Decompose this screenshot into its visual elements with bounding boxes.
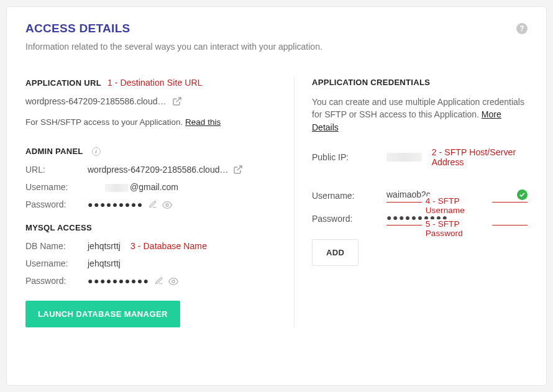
credentials-intro: You can create and use multiple Applicat… <box>312 96 528 134</box>
svg-point-2 <box>166 204 168 206</box>
app-url-row: wordpress-647209-2185586.cloud… <box>25 96 279 106</box>
admin-username-label: Username: <box>25 182 88 192</box>
cred-username-row: Username: waimaob2c 4 - SFTP Username <box>312 189 528 203</box>
credentials-heading-text: APPLICATION CREDENTIALS <box>312 78 430 87</box>
admin-username-value: @gmail.com <box>88 182 178 192</box>
admin-url-row: URL: wordpress-647209-2185586.cloud… <box>25 165 279 175</box>
mysql-password-row: Password: ●●●●●●●●●● <box>25 276 279 286</box>
external-link-icon[interactable] <box>172 96 182 106</box>
annotation-2: 2 - SFTP Host/Server Address <box>432 147 528 167</box>
public-ip-label: Public IP: <box>312 152 386 162</box>
help-icon[interactable]: ? <box>516 23 528 34</box>
annotation-3: 3 - Database Name <box>130 241 207 251</box>
annotation-line: 4 - SFTP Username <box>386 202 528 203</box>
pencil-icon[interactable] <box>149 200 157 209</box>
mysql-username-value: jehqtsrttj <box>88 258 121 268</box>
access-details-card: ACCESS DETAILS ? Information related to … <box>6 6 547 386</box>
admin-url-value[interactable]: wordpress-647209-2185586.cloud… <box>88 165 228 175</box>
svg-line-1 <box>237 166 242 170</box>
page-subtitle: Information related to the several ways … <box>25 42 528 52</box>
db-name-label: DB Name: <box>25 241 88 251</box>
app-url-value[interactable]: wordpress-647209-2185586.cloud… <box>25 96 166 106</box>
ssh-note-text: For SSH/SFTP access to your Application. <box>25 117 185 127</box>
cred-username-label: Username: <box>312 191 386 201</box>
admin-username-suffix: @gmail.com <box>130 182 178 192</box>
svg-line-0 <box>176 98 181 102</box>
mysql-heading: MYSQL ACCESS <box>25 223 279 232</box>
annotation-5: 5 - SFTP Password <box>422 219 493 238</box>
pencil-icon[interactable] <box>155 276 163 285</box>
app-url-heading-text: APPLICATION URL <box>25 78 101 88</box>
blurred-segment <box>105 184 129 192</box>
public-ip-blurred <box>386 153 422 162</box>
public-ip-row: Public IP: 2 - SFTP Host/Server Address <box>312 147 528 167</box>
left-column: APPLICATION URL 1 - Destination Site URL… <box>25 78 294 327</box>
admin-panel-heading: ADMIN PANEL i <box>25 147 279 156</box>
svg-point-3 <box>172 280 175 283</box>
app-url-heading: APPLICATION URL 1 - Destination Site URL <box>25 78 279 88</box>
card-header: ACCESS DETAILS ? Information related to … <box>25 22 528 52</box>
admin-password-value: ●●●●●●●●● <box>88 199 144 209</box>
mysql-password-label: Password: <box>25 276 88 286</box>
external-link-icon[interactable] <box>233 165 243 175</box>
eye-icon[interactable] <box>168 276 177 285</box>
admin-url-label: URL: <box>25 165 88 175</box>
right-column: APPLICATION CREDENTIALS You can create a… <box>294 78 528 327</box>
db-name-row: DB Name: jehqtsrttj 3 - Database Name <box>25 241 279 251</box>
eye-icon[interactable] <box>162 200 171 209</box>
mysql-username-row: Username: jehqtsrttj <box>25 258 279 268</box>
check-icon <box>517 189 528 200</box>
cred-password-label: Password: <box>312 214 386 224</box>
db-name-value: jehqtsrttj <box>88 241 121 251</box>
columns: APPLICATION URL 1 - Destination Site URL… <box>25 78 528 327</box>
read-this-link[interactable]: Read this <box>185 117 221 127</box>
launch-database-manager-button[interactable]: LAUNCH DATABASE MANAGER <box>25 301 180 327</box>
mysql-section: MYSQL ACCESS DB Name: jehqtsrttj 3 - Dat… <box>25 223 279 327</box>
cred-password-row: Password: ●●●●●●●●●● 5 - SFTP Password <box>312 212 528 226</box>
page-title: ACCESS DETAILS <box>25 22 528 35</box>
admin-panel-heading-text: ADMIN PANEL <box>25 147 83 156</box>
mysql-heading-text: MYSQL ACCESS <box>25 223 92 232</box>
ssh-note: For SSH/SFTP access to your Application.… <box>25 117 279 127</box>
mysql-username-label: Username: <box>25 258 88 268</box>
admin-password-label: Password: <box>25 199 88 209</box>
admin-username-row: Username: @gmail.com <box>25 182 279 192</box>
admin-password-row: Password: ●●●●●●●●● <box>25 199 279 209</box>
credentials-heading: APPLICATION CREDENTIALS <box>312 78 528 87</box>
mysql-password-value: ●●●●●●●●●● <box>88 276 150 286</box>
annotation-line: 5 - SFTP Password <box>386 225 528 226</box>
info-icon[interactable]: i <box>92 147 101 156</box>
add-button[interactable]: ADD <box>312 239 359 266</box>
annotation-1: 1 - Destination Site URL <box>107 78 203 88</box>
